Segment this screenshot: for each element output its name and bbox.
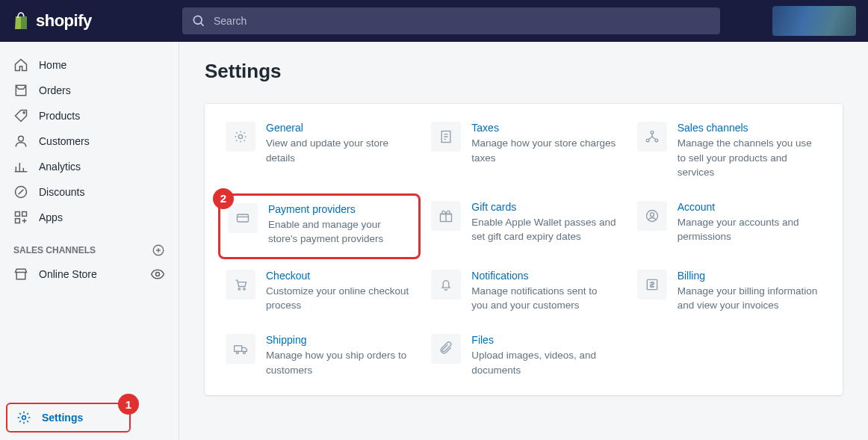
svg-rect-21 — [235, 346, 242, 352]
settings-card: GeneralView and update your store detail… — [205, 104, 843, 395]
tile-desc: Manage your billing information and view… — [678, 284, 822, 313]
analytics-icon — [13, 159, 28, 174]
sidebar-item-customers[interactable]: Customers — [0, 128, 179, 154]
tile-payment-providers[interactable]: Payment providersEnable and manage your … — [228, 203, 408, 247]
tile-general[interactable]: GeneralView and update your store detail… — [226, 122, 410, 180]
sidebar-item-label: Orders — [39, 84, 71, 96]
svg-rect-14 — [238, 214, 249, 222]
sidebar-item-label: Online Store — [39, 268, 97, 280]
plus-circle-icon[interactable] — [152, 244, 165, 257]
svg-point-23 — [244, 351, 246, 353]
shopify-bag-icon — [12, 11, 30, 31]
tile-desc: Enable and manage your store's payment p… — [268, 217, 408, 247]
sidebar-settings[interactable]: Settings — [6, 403, 131, 433]
sidebar-section-label: SALES CHANNELS — [0, 230, 179, 261]
svg-rect-3 — [16, 212, 20, 217]
tile-title: Shipping — [266, 334, 410, 346]
main-content: Settings GeneralView and update your sto… — [179, 42, 868, 440]
annotation-badge-1: 1 — [118, 394, 139, 415]
bell-icon — [438, 277, 453, 292]
svg-point-19 — [244, 288, 246, 290]
top-bar: shopify — [0, 0, 868, 42]
discount-icon — [13, 185, 28, 199]
tile-desc: Upload images, videos, and documents — [471, 348, 616, 377]
gear-icon — [16, 410, 31, 425]
sidebar-item-products[interactable]: Products — [0, 103, 179, 128]
sidebar-item-label: Apps — [39, 211, 63, 223]
sidebar-item-apps[interactable]: Apps — [0, 205, 179, 230]
billing-icon — [645, 277, 660, 292]
user-menu[interactable] — [772, 6, 856, 36]
tile-desc: View and update your store details — [266, 136, 410, 165]
truck-icon — [233, 341, 248, 356]
tile-desc: Manage how you ship orders to customers — [266, 348, 410, 377]
tile-gift-cards[interactable]: Gift cardsEnable Apple Wallet passes and… — [431, 201, 616, 249]
sidebar-item-label: Customers — [39, 135, 90, 147]
tile-files[interactable]: FilesUpload images, videos, and document… — [431, 334, 616, 377]
account-icon — [645, 208, 660, 223]
tile-title: Checkout — [266, 270, 410, 282]
receipt-icon — [438, 129, 453, 144]
sidebar-item-label: Discounts — [39, 186, 84, 198]
tile-sales-channels[interactable]: Sales channelsManage the channels you us… — [637, 122, 822, 180]
page-title: Settings — [205, 60, 843, 83]
sidebar: Home Orders Products Customers Analytics… — [0, 42, 179, 440]
brand-text: shopify — [36, 11, 92, 31]
sidebar-item-analytics[interactable]: Analytics — [0, 154, 179, 179]
svg-point-22 — [236, 351, 238, 353]
svg-point-7 — [156, 273, 160, 276]
search-input[interactable] — [214, 15, 711, 27]
svg-point-8 — [22, 416, 26, 420]
tile-desc: Enable Apple Wallet passes and set gift … — [471, 215, 616, 244]
sidebar-item-orders[interactable]: Orders — [0, 78, 179, 103]
svg-point-9 — [238, 134, 242, 138]
eye-icon[interactable] — [150, 267, 165, 282]
attachment-icon — [438, 341, 453, 356]
sidebar-settings-label: Settings — [42, 412, 83, 424]
tile-desc: Manage how your store charges taxes — [471, 136, 616, 165]
tile-checkout[interactable]: CheckoutCustomize your online checkout p… — [226, 270, 410, 313]
sidebar-item-label: Products — [39, 110, 80, 122]
channels-icon — [645, 129, 660, 144]
tile-shipping[interactable]: ShippingManage how you ship orders to cu… — [226, 334, 410, 377]
svg-point-11 — [651, 131, 654, 134]
tag-icon — [13, 108, 28, 123]
person-icon — [13, 134, 28, 149]
svg-point-17 — [650, 213, 654, 217]
sidebar-channel-online-store[interactable]: Online Store — [0, 261, 179, 287]
logo[interactable]: shopify — [12, 11, 167, 31]
tile-desc: Manage the channels you use to sell your… — [678, 136, 822, 180]
tile-title: Notifications — [471, 270, 616, 282]
tile-desc: Manage notifications sent to you and you… — [471, 284, 616, 313]
tile-desc: Manage your accounts and permissions — [678, 215, 822, 244]
home-icon — [13, 58, 28, 72]
search-field[interactable] — [182, 7, 720, 34]
tile-account[interactable]: AccountManage your accounts and permissi… — [637, 201, 822, 249]
card-icon — [235, 211, 250, 226]
sidebar-item-label: Analytics — [39, 161, 81, 173]
tile-title: Account — [678, 201, 822, 213]
cart-icon — [233, 277, 248, 292]
tile-title: Gift cards — [471, 201, 616, 213]
search-icon — [191, 13, 206, 28]
svg-point-12 — [646, 139, 649, 142]
orders-icon — [13, 83, 28, 98]
store-icon — [13, 267, 28, 282]
tile-taxes[interactable]: TaxesManage how your store charges taxes — [431, 122, 616, 180]
tile-title: Billing — [678, 270, 822, 282]
sidebar-item-discounts[interactable]: Discounts — [0, 179, 179, 205]
svg-rect-4 — [22, 212, 27, 217]
annotation-badge-2: 2 — [213, 188, 234, 209]
svg-point-13 — [655, 139, 658, 142]
tile-billing[interactable]: BillingManage your billing information a… — [637, 270, 822, 313]
tile-title: Files — [471, 334, 616, 346]
tile-title: Payment providers — [268, 203, 408, 215]
svg-point-1 — [19, 136, 24, 141]
sidebar-item-home[interactable]: Home — [0, 52, 179, 78]
tile-notifications[interactable]: NotificationsManage notifications sent t… — [431, 270, 616, 313]
gear-icon — [233, 129, 248, 144]
tile-title: Sales channels — [678, 122, 822, 134]
svg-rect-5 — [16, 219, 20, 223]
gift-icon — [438, 208, 453, 223]
sidebar-item-label: Home — [39, 59, 66, 71]
